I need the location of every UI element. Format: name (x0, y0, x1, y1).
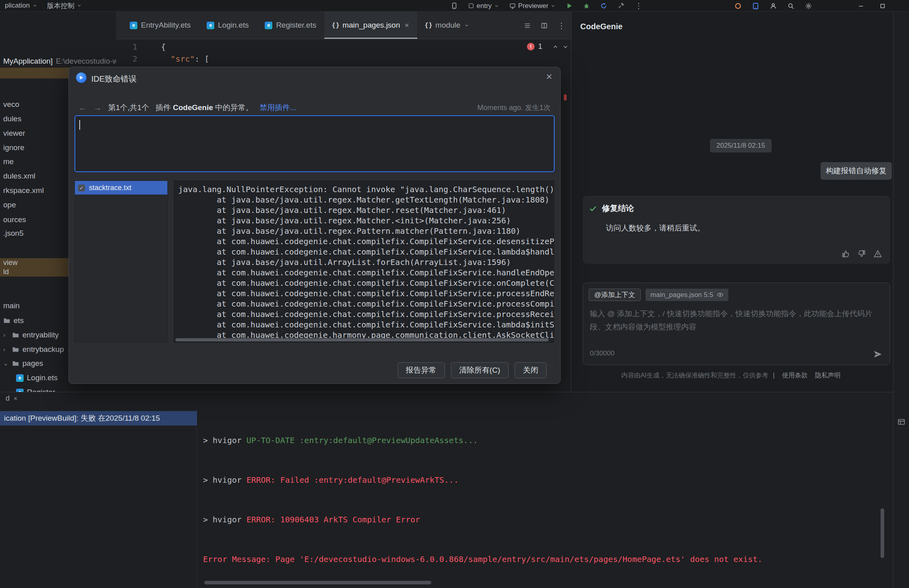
clear-all-button[interactable]: 清除所有(C) (451, 362, 509, 378)
previewer-label: Previewer (518, 2, 549, 10)
device-icon[interactable] (448, 1, 461, 11)
settings-gear-icon[interactable] (802, 1, 815, 11)
chevron-right-icon: › (3, 328, 9, 342)
tab-more-icon[interactable]: ⋮ (557, 21, 565, 30)
run-tool-window: d × ication [PreviewBuild]: 失败 在2025/11/… (0, 392, 893, 588)
arkts-file-icon: e (207, 22, 214, 29)
success-check-icon (589, 205, 597, 213)
error-stripe-mark[interactable] (564, 94, 567, 100)
more-actions-icon[interactable]: ⋮ (631, 1, 646, 11)
build-console[interactable]: > hvigor UP-TO-DATE :entry:default@Previ… (197, 407, 893, 588)
run-button[interactable] (563, 1, 576, 11)
titlebar-right-icons (731, 0, 815, 12)
previous-error-icon[interactable] (552, 44, 559, 50)
report-exception-button[interactable]: 报告异常 (398, 362, 445, 378)
ide-fatal-error-dialog: IDE致命错误 × ← → 第1个,共1个 插件 CodeGenie 中的异常。… (68, 67, 561, 384)
titlebar: plication 版本控制 entry Previewer (0, 0, 909, 12)
privacy-link[interactable]: 隐私声明 (815, 372, 841, 379)
terms-link[interactable]: 使用条款 (782, 372, 808, 379)
rerun-button[interactable] (597, 1, 610, 11)
tab-list-icon[interactable] (524, 22, 531, 29)
thumbs-down-icon[interactable] (857, 249, 866, 258)
checkbox-checked[interactable]: ✓ (78, 185, 85, 191)
next-exception-icon[interactable]: → (93, 103, 102, 112)
codegenie-panel-title: CodeGenie (580, 22, 623, 31)
console-vertical-scrollbar[interactable] (881, 508, 884, 558)
menu-vcs-label: 版本控制 (47, 1, 74, 10)
tree-item[interactable]: e Register.. (0, 385, 116, 392)
arkts-file-icon: e (16, 389, 24, 392)
module-icon (468, 3, 474, 9)
profile-icon[interactable] (766, 1, 780, 11)
fix-result-card: 修复结论 访问人数较多，请稍后重试。 (583, 196, 890, 264)
file-context-chip[interactable]: main_pages.json 5:5 (646, 289, 728, 301)
run-configurations-pane: ication [PreviewBuild]: 失败 在2025/11/8 02… (0, 407, 197, 588)
close-tab-icon[interactable]: × (404, 21, 409, 30)
menu-application[interactable]: plication (0, 0, 42, 11)
folder-icon (12, 360, 19, 367)
layout-toggle-icon[interactable] (897, 418, 905, 426)
close-icon[interactable]: × (546, 71, 552, 82)
stacktrace-horizontal-scrollbar[interactable] (175, 338, 549, 341)
console-line: > hvigor UP-TO-DATE :entry:default@Previ… (203, 434, 893, 447)
next-error-icon[interactable] (562, 44, 569, 50)
run-config-label: entry (477, 2, 492, 10)
chat-input-card[interactable]: @添加上下文 main_pages.json 5:5 输入 @ 添加上下文，/ … (583, 283, 890, 365)
run-tab[interactable]: d × (6, 394, 17, 403)
debug-button[interactable] (580, 1, 593, 11)
stacktrace-viewer[interactable]: java.lang.NullPointerException: Cannot i… (174, 181, 554, 343)
eye-icon[interactable] (717, 291, 724, 298)
maximize-button[interactable] (874, 0, 891, 12)
search-icon[interactable] (784, 1, 798, 11)
project-root-item[interactable]: MyApplication] E:\devecostudio-w (0, 54, 116, 68)
chevron-down-icon (77, 3, 82, 8)
console-horizontal-scrollbar[interactable] (204, 581, 431, 584)
editor-error-widget[interactable]: ! 1 (527, 42, 569, 51)
disable-plugin-link[interactable]: 禁用插件... (259, 102, 296, 113)
tab-main-pages[interactable]: { } main_pages.json × (324, 12, 417, 39)
exception-counter: 第1个,共1个 (108, 102, 149, 113)
chevron-down-icon (32, 3, 37, 8)
previewer-icon (509, 3, 516, 9)
chevron-down-icon: ⌄ (3, 356, 9, 371)
console-line: > hvigor ERROR: Failed :entry:default@Pr… (203, 474, 893, 487)
previous-exception-icon[interactable]: ← (78, 103, 87, 112)
console-line: > hvigor ERROR: 10906403 ArkTS Compiler … (203, 513, 893, 526)
warning-icon[interactable] (873, 249, 882, 258)
fix-result-title: 修复结论 (602, 203, 634, 214)
tab-register[interactable]: e Register.ets (257, 12, 324, 39)
chevron-down-icon (464, 23, 469, 28)
close-dialog-button[interactable]: 关闭 (515, 362, 547, 378)
chat-timestamp: 2025/11/8 02:15 (710, 139, 772, 153)
close-tab-icon[interactable]: × (14, 395, 17, 402)
attachment-row-stacktrace[interactable]: ✓ stacktrace.txt (75, 181, 167, 195)
run-item-selected[interactable]: ication [PreviewBuild]: 失败 在2025/11/8 02… (0, 411, 197, 425)
menu-application-label: plication (5, 2, 30, 10)
dialog-title: IDE致命错误 (91, 74, 137, 84)
arkts-file-icon: e (265, 22, 272, 29)
chevron-right-icon: › (3, 342, 9, 357)
split-editor-icon[interactable] (541, 22, 548, 29)
tab-entryability[interactable]: e EntryAbility.ets (122, 12, 199, 39)
json-file-icon: { } (425, 21, 432, 29)
editor-gutter: 1 2 (116, 41, 146, 65)
send-icon[interactable] (873, 349, 883, 359)
record-icon[interactable] (731, 1, 745, 11)
menu-vcs[interactable]: 版本控制 (42, 0, 86, 11)
build-settings-icon[interactable] (614, 1, 627, 11)
thumbs-up-icon[interactable] (841, 249, 850, 258)
editor-code: { "src": [ (161, 41, 209, 65)
error-icon: ! (527, 43, 535, 50)
tab-module[interactable]: { } module (417, 12, 477, 39)
device-manager-icon[interactable] (749, 1, 762, 11)
fix-result-body: 访问人数较多，请稍后重试。 (606, 223, 705, 233)
run-config-selector[interactable]: entry (465, 1, 502, 11)
right-tool-strip (893, 12, 909, 588)
tab-login[interactable]: e Login.ets (199, 12, 257, 39)
auto-fix-button[interactable]: 构建报错自动修复 (821, 162, 892, 180)
exception-comment-input[interactable] (74, 115, 555, 172)
add-context-chip[interactable]: @添加上下文 (589, 289, 641, 301)
run-toolbar: entry Previewer ⋮ (448, 0, 646, 12)
minimize-button[interactable] (852, 0, 870, 12)
previewer-selector[interactable]: Previewer (506, 1, 559, 11)
